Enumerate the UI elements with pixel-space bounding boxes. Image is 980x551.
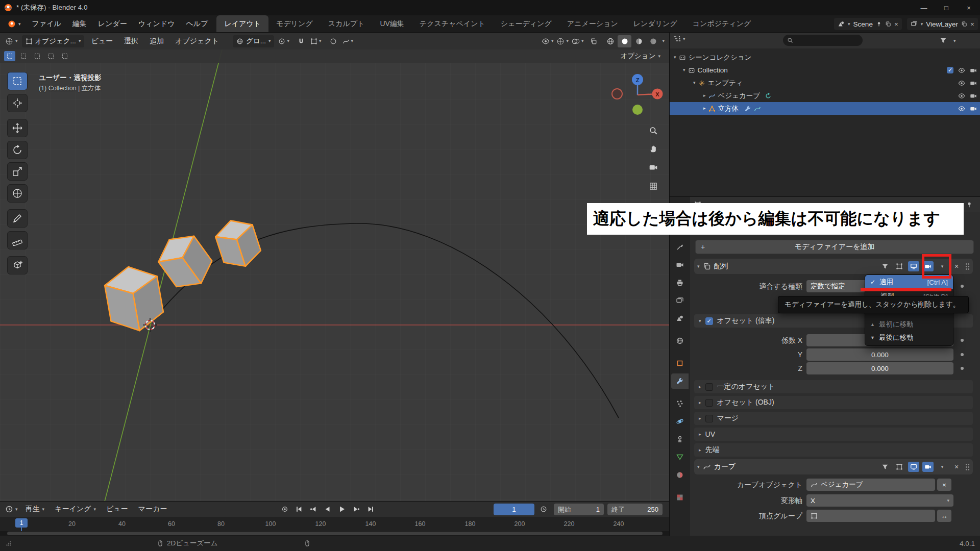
outliner-row-scene-collection[interactable]: ▾ シーンコレクション <box>670 51 980 64</box>
play-button[interactable] <box>335 504 349 515</box>
realtime-toggle[interactable] <box>908 261 919 271</box>
playhead-marker[interactable]: 1 <box>15 518 28 528</box>
expand-icon[interactable]: ▾ <box>697 465 700 469</box>
viewport-canvas[interactable] <box>0 49 670 502</box>
chevron-down-icon[interactable]: ▾ <box>953 39 956 43</box>
factor-y-field[interactable]: 0.000 <box>806 348 953 361</box>
properties-tab-tool[interactable] <box>671 239 689 255</box>
clear-object-button[interactable]: × <box>937 479 951 491</box>
pin-icon[interactable] <box>966 201 973 208</box>
properties-tab-object[interactable] <box>671 356 689 371</box>
pan-button[interactable] <box>646 142 660 156</box>
play-reverse-button[interactable] <box>321 504 334 515</box>
frame-start-field[interactable]: 開始 1 <box>554 504 604 515</box>
select-mode-subtract[interactable] <box>32 51 43 61</box>
gizmo-y-axis[interactable] <box>632 105 643 115</box>
tool-cursor[interactable] <box>7 94 28 112</box>
workspace-tab-shading[interactable]: シェーディング <box>493 15 559 33</box>
animate-dot[interactable] <box>961 285 964 288</box>
properties-tab-constraints[interactable] <box>671 432 689 447</box>
new-viewlayer-icon[interactable] <box>961 21 967 27</box>
tool-move[interactable] <box>7 119 28 137</box>
tool-transform[interactable] <box>7 184 28 203</box>
record-button[interactable] <box>278 504 291 515</box>
modifier-name[interactable]: 配列 <box>714 262 728 271</box>
add-modifier-button[interactable]: + モディファイアーを追加 <box>695 240 974 254</box>
expand-icon[interactable]: ▸ <box>699 448 701 453</box>
workspace-tab-rendering[interactable]: レンダリング <box>626 15 685 33</box>
factor-z-field[interactable]: 0.000 <box>806 362 953 374</box>
menu-view[interactable]: ビュー <box>86 33 117 49</box>
falloff-dropdown[interactable]: ▾ <box>342 38 354 45</box>
outliner-search-input[interactable] <box>783 35 863 46</box>
hide-eye-icon[interactable] <box>958 92 965 99</box>
modifier-name[interactable]: カーブ <box>714 462 736 471</box>
tool-add-cube[interactable] <box>7 256 28 274</box>
caps-section[interactable]: ▸ 先端 <box>694 443 973 457</box>
tool-measure[interactable] <box>7 231 28 249</box>
editor-type-button[interactable]: ▾ <box>3 37 20 45</box>
expand-icon[interactable]: ▸ <box>699 400 701 405</box>
constant-offset-section[interactable]: ▸ 一定のオフセット <box>694 380 973 393</box>
transform-orientation-dropdown[interactable]: グロ... ▾ <box>233 35 274 47</box>
oncage-toggle[interactable] <box>879 462 891 472</box>
workspace-tab-texturepaint[interactable]: テクスチャペイント <box>412 15 493 33</box>
disclosure-icon[interactable]: ▸ <box>703 106 706 111</box>
proportional-editing-toggle[interactable] <box>327 35 340 47</box>
pin-icon[interactable] <box>876 21 882 27</box>
disclosure-icon[interactable]: ▾ <box>674 55 676 60</box>
unlink-scene-icon[interactable]: × <box>894 20 898 28</box>
expand-icon[interactable]: ▸ <box>699 416 701 421</box>
properties-tab-material[interactable] <box>671 467 689 483</box>
tool-annotate[interactable] <box>7 209 28 228</box>
exclude-checkbox[interactable]: ✓ <box>947 67 953 73</box>
xray-toggle[interactable] <box>586 35 600 47</box>
tool-select-box[interactable] <box>7 72 28 90</box>
zoom-button[interactable] <box>646 123 660 138</box>
next-keyframe-button[interactable] <box>350 504 363 515</box>
properties-tab-physics[interactable] <box>671 414 689 429</box>
resize-grip-icon[interactable] <box>5 540 12 547</box>
render-toggle[interactable] <box>922 462 934 472</box>
navigation-gizmo[interactable]: Z X <box>602 64 670 129</box>
select-mode-set[interactable] <box>4 51 15 61</box>
properties-tab-render[interactable] <box>671 257 689 272</box>
scrollbar-thumb[interactable] <box>7 532 663 535</box>
remove-viewlayer-icon[interactable]: × <box>970 20 974 28</box>
timeline-editor-type-button[interactable]: ▾ <box>3 505 20 513</box>
expand-icon[interactable]: ▾ <box>699 319 701 323</box>
vertex-group-field[interactable] <box>806 510 935 522</box>
expand-icon[interactable]: ▸ <box>699 432 701 437</box>
expand-icon[interactable]: ▾ <box>697 264 700 269</box>
disable-render-icon[interactable] <box>970 67 977 74</box>
timeline-ruler[interactable]: 20 40 60 80 100 120 140 160 180 200 220 … <box>0 517 670 531</box>
curve-object-field[interactable]: ベジェカーブ <box>806 479 935 491</box>
animate-dot[interactable] <box>961 339 964 342</box>
workspace-tab-sculpt[interactable]: スカルプト <box>321 15 373 33</box>
scene-selector[interactable]: ▾ Scene × <box>834 18 902 30</box>
maximize-button[interactable]: □ <box>935 0 958 15</box>
jump-to-end-button[interactable] <box>364 504 377 515</box>
expand-icon[interactable]: ▸ <box>699 385 701 389</box>
constant-offset-checkbox[interactable] <box>705 383 713 391</box>
shading-solid-button[interactable] <box>618 35 631 47</box>
orthographic-toggle-button[interactable] <box>646 179 660 193</box>
workspace-tab-layout[interactable]: レイアウト <box>216 15 268 33</box>
menu-select[interactable]: 選択 <box>119 33 143 49</box>
hide-eye-icon[interactable] <box>958 80 965 87</box>
close-window-button[interactable]: × <box>958 0 980 15</box>
menu-keying[interactable]: キーイング▾ <box>50 502 101 517</box>
pivot-dropdown[interactable]: ▾ <box>278 38 289 45</box>
select-mode-intersect[interactable] <box>59 51 70 61</box>
menu-window[interactable]: ウィンドウ <box>133 15 181 33</box>
delete-modifier-button[interactable]: × <box>951 462 962 472</box>
tool-rotate[interactable] <box>7 141 28 159</box>
hide-eye-icon[interactable] <box>958 67 965 74</box>
properties-tab-texture[interactable] <box>671 490 689 505</box>
minimize-button[interactable]: — <box>913 0 935 15</box>
overlays-dropdown[interactable]: ▾ <box>572 37 584 45</box>
menu-render[interactable]: レンダー <box>92 15 133 33</box>
frame-end-field[interactable]: 終了 250 <box>607 504 663 515</box>
menu-edit[interactable]: 編集 <box>67 15 92 33</box>
oncage-toggle[interactable] <box>879 261 891 271</box>
